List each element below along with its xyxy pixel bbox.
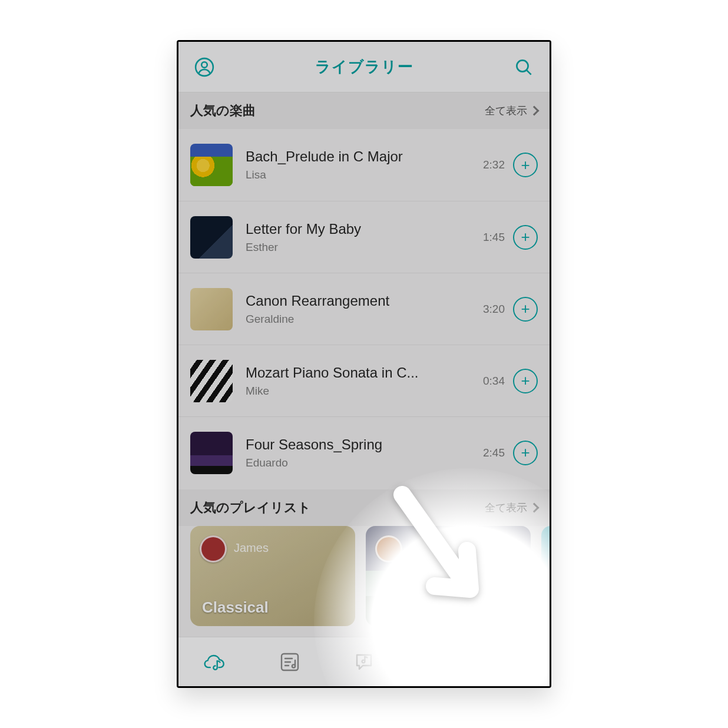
profile-icon [194, 57, 214, 77]
tools-tab[interactable] [475, 637, 550, 686]
song-list: Bach_Prelude in C Major Lisa 2:32 + Lett… [178, 129, 550, 488]
tab-bar [178, 637, 550, 686]
song-title: Canon Rearrangement [246, 293, 483, 309]
show-all-label: 全て表示 [485, 501, 527, 515]
song-duration: 2:32 [483, 158, 505, 171]
song-title: Bach_Prelude in C Major [246, 148, 483, 165]
app-header: ライブラリー [178, 42, 550, 92]
song-thumbnail [190, 144, 233, 186]
tools-icon [500, 650, 525, 674]
playlist-name: Relax [378, 598, 418, 617]
profile-button[interactable] [191, 54, 217, 80]
playlist-owner: Sherry [409, 541, 444, 555]
playlist-card[interactable]: James Classical [190, 526, 355, 626]
song-artist: Eduardo [246, 456, 483, 469]
playlist-card[interactable]: Sherry Relax [366, 526, 531, 626]
plus-icon: + [521, 228, 530, 246]
song-row[interactable]: Mozart Piano Sonata in C... Mike 0:34 + [178, 345, 550, 416]
section-label: 人気の楽曲 [190, 102, 256, 120]
song-artist: Mike [246, 385, 483, 398]
lyrics-icon [352, 650, 376, 674]
song-title: Four Seasons_Spring [246, 436, 483, 453]
app-title: ライブラリー [315, 57, 413, 77]
section-popular-playlists: 人気のプレイリスト 全て表示 [178, 489, 550, 526]
mixer-icon [425, 650, 451, 674]
song-thumbnail [190, 216, 233, 259]
svg-point-14 [431, 661, 435, 664]
svg-line-3 [527, 70, 531, 74]
show-all-songs[interactable]: 全て表示 [485, 104, 538, 118]
add-song-button[interactable]: + [513, 153, 538, 177]
add-song-button[interactable]: + [513, 369, 538, 393]
cloud-music-icon [203, 650, 229, 674]
playlist-name: Classical [202, 598, 269, 617]
avatar [200, 535, 227, 562]
song-duration: 0:34 [483, 375, 505, 388]
add-song-button[interactable]: + [513, 297, 538, 322]
search-button[interactable] [511, 54, 537, 80]
song-duration: 2:45 [483, 446, 505, 459]
song-row[interactable]: Four Seasons_Spring Eduardo 2:45 + [178, 416, 550, 488]
svg-point-16 [511, 660, 514, 663]
avatar [375, 535, 402, 562]
show-all-playlists[interactable]: 全て表示 [485, 501, 538, 515]
song-title: Letter for My Baby [246, 221, 483, 237]
request-tab[interactable] [327, 637, 401, 686]
add-song-button[interactable]: + [513, 441, 538, 465]
song-artist: Lisa [246, 168, 483, 181]
mixer-tab[interactable] [401, 637, 475, 686]
section-label: 人気のプレイリスト [190, 499, 311, 517]
search-icon [514, 58, 533, 77]
playlist-cards: James Classical Sherry Relax [178, 526, 550, 626]
song-title: Mozart Piano Sonata in C... [246, 365, 483, 381]
phone-frame: ライブラリー 人気の楽曲 全て表示 Bach_Prelude in C Majo… [177, 40, 551, 688]
playlist-card[interactable] [541, 526, 550, 626]
chevron-right-icon [530, 106, 540, 116]
song-duration: 1:45 [483, 231, 505, 244]
section-popular-songs: 人気の楽曲 全て表示 [178, 92, 550, 129]
show-all-label: 全て表示 [485, 104, 527, 118]
svg-point-2 [517, 60, 528, 71]
song-thumbnail [190, 288, 233, 330]
playlist-icon [278, 650, 302, 674]
add-song-button[interactable]: + [513, 225, 538, 250]
song-artist: Esther [246, 241, 483, 254]
song-artist: Geraldine [246, 313, 483, 326]
plus-icon: + [521, 444, 530, 462]
plus-icon: + [521, 372, 530, 390]
svg-point-13 [439, 656, 443, 660]
chevron-right-icon [530, 503, 540, 513]
svg-point-15 [436, 666, 440, 669]
library-tab[interactable] [178, 637, 253, 686]
song-row[interactable]: Bach_Prelude in C Major Lisa 2:32 + [178, 129, 550, 201]
plus-icon: + [521, 300, 530, 318]
svg-point-1 [201, 62, 207, 68]
plus-icon: + [521, 156, 530, 174]
song-thumbnail [190, 360, 233, 402]
playlist-tab[interactable] [253, 637, 327, 686]
song-row[interactable]: Letter for My Baby Esther 1:45 + [178, 201, 550, 273]
song-duration: 3:20 [483, 303, 505, 316]
song-row[interactable]: Canon Rearrangement Geraldine 3:20 + [178, 273, 550, 345]
playlist-owner: James [234, 541, 269, 555]
song-thumbnail [190, 432, 233, 474]
